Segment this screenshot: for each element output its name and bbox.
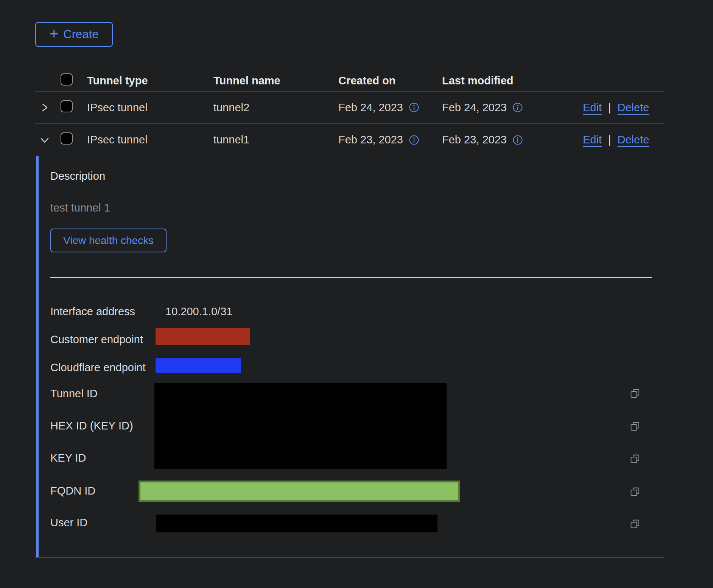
plus-icon: + — [50, 26, 58, 41]
created-on-cell: Feb 24, 2023 — [338, 101, 442, 114]
column-header-last-modified: Last modified — [442, 75, 583, 87]
column-header-created-on: Created on — [338, 75, 442, 87]
created-on-value: Feb 23, 2023 — [338, 134, 403, 146]
create-button-label: Create — [63, 28, 98, 41]
key-id-label: KEY ID — [50, 451, 86, 464]
copy-user-id-button[interactable] — [629, 518, 641, 530]
delete-link[interactable]: Delete — [618, 134, 649, 146]
hex-id-label: HEX ID (KEY ID) — [50, 419, 133, 432]
row-checkbox[interactable] — [61, 132, 73, 145]
info-icon[interactable] — [409, 135, 419, 145]
table-row-tunnel2: IPsec tunnel tunnel2 Feb 24, 2023 Feb 24… — [35, 92, 664, 124]
ids-redaction — [154, 383, 447, 469]
cloudflare-endpoint-label: Cloudflare endpoint — [50, 361, 146, 374]
action-separator: | — [608, 101, 611, 114]
description-label: Description — [50, 170, 105, 182]
interface-address-label: Interface address — [50, 305, 135, 318]
user-id-label: User ID — [50, 516, 87, 529]
column-header-tunnel-type: Tunnel type — [87, 75, 213, 87]
last-modified-value: Feb 23, 2023 — [442, 134, 507, 146]
last-modified-cell: Feb 23, 2023 — [442, 134, 583, 146]
created-on-value: Feb 24, 2023 — [338, 101, 403, 114]
copy-icon — [629, 486, 641, 498]
fqdn-id-redaction — [139, 481, 460, 502]
copy-hex-id-button[interactable] — [629, 421, 641, 432]
tunnel-type-cell: IPsec tunnel — [87, 101, 213, 114]
cloudflare-endpoint-redaction — [156, 358, 241, 373]
action-separator: | — [608, 134, 611, 146]
info-icon[interactable] — [512, 135, 523, 145]
create-button[interactable]: + Create — [35, 22, 113, 47]
info-icon[interactable] — [512, 102, 523, 113]
fqdn-id-label: FQDN ID — [50, 484, 95, 497]
delete-link[interactable]: Delete — [618, 101, 649, 114]
view-health-checks-button[interactable]: View health checks — [50, 229, 167, 252]
last-modified-cell: Feb 24, 2023 — [442, 101, 583, 114]
copy-icon — [629, 421, 641, 432]
tunnel-details-panel: Description test tunnel 1 View health ch… — [35, 156, 664, 558]
last-modified-value: Feb 24, 2023 — [442, 101, 507, 114]
customer-endpoint-redaction — [156, 328, 250, 345]
created-on-cell: Feb 23, 2023 — [338, 134, 442, 146]
row-actions: Edit | Delete — [583, 134, 665, 146]
ipsec-tunnels-page: + Create Tunnel type Tunnel name Created… — [0, 0, 713, 588]
interface-address-value: 10.200.1.0/31 — [165, 305, 232, 318]
tunnel-name-cell: tunnel1 — [213, 134, 338, 146]
row-actions: Edit | Delete — [583, 101, 665, 114]
copy-key-id-button[interactable] — [629, 453, 641, 465]
copy-icon — [629, 453, 641, 465]
tunnel-name-cell: tunnel2 — [213, 101, 338, 114]
copy-tunnel-id-button[interactable] — [629, 388, 641, 399]
table-header-row: Tunnel type Tunnel name Created on Last … — [35, 70, 664, 92]
expand-row-button[interactable] — [35, 101, 51, 114]
column-header-tunnel-name: Tunnel name — [213, 75, 338, 87]
customer-endpoint-label: Customer endpoint — [50, 333, 143, 346]
info-icon[interactable] — [409, 102, 419, 113]
table-row-tunnel1: IPsec tunnel tunnel1 Feb 23, 2023 Feb 23… — [35, 124, 664, 156]
tunnel-id-label: Tunnel ID — [50, 387, 98, 400]
section-divider — [50, 277, 652, 278]
chevron-down-icon — [38, 134, 51, 146]
collapse-row-button[interactable] — [35, 134, 51, 146]
copy-icon — [629, 388, 641, 399]
select-all-checkbox[interactable] — [61, 73, 73, 86]
copy-icon — [629, 518, 641, 530]
copy-fqdn-id-button[interactable] — [629, 486, 641, 498]
tunnel-type-cell: IPsec tunnel — [87, 134, 213, 146]
edit-link[interactable]: Edit — [583, 134, 602, 146]
user-id-redaction — [156, 515, 437, 532]
tunnels-table: Tunnel type Tunnel name Created on Last … — [35, 70, 664, 558]
description-value: test tunnel 1 — [50, 201, 110, 214]
edit-link[interactable]: Edit — [583, 101, 602, 114]
chevron-right-icon — [38, 101, 51, 114]
row-checkbox[interactable] — [61, 100, 73, 112]
